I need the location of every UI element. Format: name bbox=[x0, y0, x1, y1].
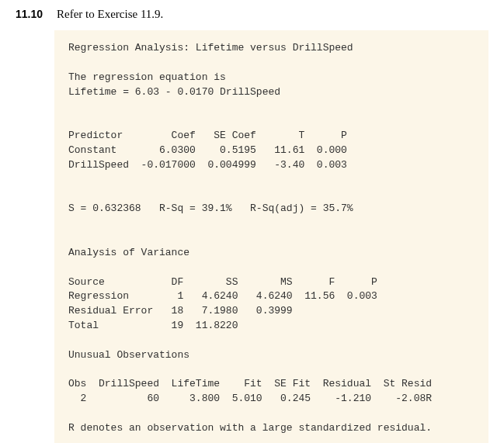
unusual-title: Unusual Observations bbox=[68, 349, 189, 361]
page-container: 11.10 Refer to Exercise 11.9. Regression… bbox=[0, 0, 504, 443]
footnote: R denotes an observation with a large st… bbox=[68, 422, 432, 434]
summary-stats: S = 0.632368 R-Sq = 39.1% R-Sq(adj) = 35… bbox=[68, 202, 353, 214]
anova-residual-row: Residual Error 18 7.1980 0.3999 bbox=[68, 305, 293, 317]
predictor-constant-row: Constant 6.0300 0.5195 11.61 0.000 bbox=[68, 144, 347, 156]
exercise-header: 11.10 Refer to Exercise 11.9. bbox=[16, 8, 488, 21]
anova-header: Source DF SS MS F P bbox=[68, 276, 377, 288]
exercise-reference: Refer to Exercise 11.9. bbox=[57, 8, 163, 21]
predictor-drillspeed-row: DrillSpeed -0.017000 0.004999 -3.40 0.00… bbox=[68, 159, 347, 171]
equation: Lifetime = 6.03 - 0.0170 DrillSpeed bbox=[68, 86, 280, 98]
output-title: Regression Analysis: Lifetime versus Dri… bbox=[68, 42, 353, 54]
equation-label: The regression equation is bbox=[68, 71, 226, 83]
anova-total-row: Total 19 11.8220 bbox=[68, 320, 238, 331]
predictor-header: Predictor Coef SE Coef T P bbox=[68, 130, 347, 141]
unusual-header: Obs DrillSpeed LifeTime Fit SE Fit Resid… bbox=[68, 378, 432, 389]
regression-output: Regression Analysis: Lifetime versus Dri… bbox=[54, 30, 488, 443]
anova-regression-row: Regression 1 4.6240 4.6240 11.56 0.003 bbox=[68, 290, 377, 302]
exercise-number: 11.10 bbox=[16, 8, 43, 20]
anova-title: Analysis of Variance bbox=[68, 247, 189, 258]
unusual-row: 2 60 3.800 5.010 0.245 -1.210 -2.08R bbox=[68, 393, 432, 404]
